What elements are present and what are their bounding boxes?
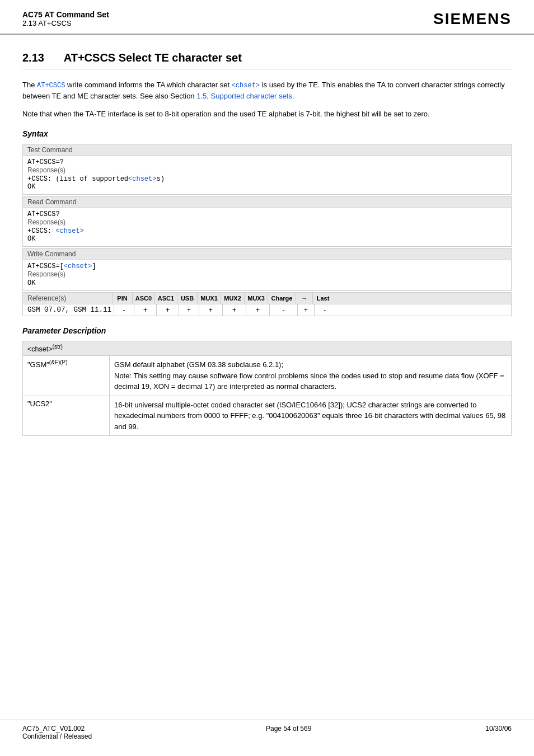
- read-command-header: Read Command: [23, 196, 511, 208]
- param-chset-header: <chset>(str): [23, 341, 512, 356]
- desc1-code1: <chset>: [232, 82, 260, 90]
- write-command-code: AT+CSCS=[<chset>]: [27, 262, 507, 270]
- col-arrow: →: [296, 293, 313, 304]
- col-mux3: MUX3: [245, 293, 268, 304]
- val-asc0: +: [134, 304, 157, 316]
- test-command-block: Test Command AT+CSCS=? Response(s) +CSCS…: [22, 144, 512, 195]
- param-gsm-sup: (&F)(P): [49, 359, 68, 365]
- test-command-body: AT+CSCS=? Response(s) +CSCS: (list of su…: [23, 156, 511, 194]
- val-pin: -: [114, 304, 134, 316]
- val-asc1: +: [157, 304, 179, 316]
- param-description-heading: Parameter Description: [22, 326, 512, 335]
- section-title: AT+CSCS Select TE character set: [64, 51, 242, 64]
- col-usb: USB: [177, 293, 198, 304]
- write-command-ok: OK: [27, 279, 507, 287]
- page-footer: AC75_ATC_V01.002 Confidential / Released…: [0, 720, 534, 745]
- val-arrow: +: [298, 304, 315, 316]
- col-last: Last: [313, 293, 333, 304]
- footer-right: 10/30/06: [485, 725, 512, 740]
- section-number: 2.13: [22, 51, 44, 64]
- header-left: AC75 AT Command Set 2.13 AT+CSCS: [22, 10, 109, 27]
- val-usb: +: [179, 304, 199, 316]
- read-command-response: +CSCS: <chset>: [27, 227, 507, 235]
- param-chset-header-row: <chset>(str): [23, 341, 512, 356]
- description-paragraph-1: The AT+CSCS write command informs the TA…: [22, 79, 512, 102]
- footer-confidential: Confidential / Released: [22, 732, 92, 740]
- val-mux3: +: [246, 304, 270, 316]
- write-command-body: AT+CSCS=[<chset>] Response(s) OK: [23, 260, 511, 290]
- page-header: AC75 AT Command Set 2.13 AT+CSCS SIEMENS: [0, 0, 534, 35]
- read-command-code: AT+CSCS?: [27, 210, 507, 218]
- desc1-link2[interactable]: 1.5, Supported character sets: [196, 92, 292, 100]
- header-title: AC75 AT Command Set: [22, 10, 109, 19]
- val-charge: -: [270, 304, 298, 316]
- val-mux2: +: [223, 304, 246, 316]
- reference-header-label: Reference(s): [23, 293, 113, 304]
- param-gsm-name: "GSM"(&F)(P): [23, 356, 110, 396]
- write-command-header: Write Command: [23, 248, 511, 260]
- write-command-block: Write Command AT+CSCS=[<chset>] Response…: [22, 248, 512, 291]
- read-command-body: AT+CSCS? Response(s) +CSCS: <chset> OK: [23, 208, 511, 246]
- syntax-heading: Syntax: [22, 129, 512, 138]
- parameter-table: <chset>(str) "GSM"(&F)(P) GSM default al…: [22, 341, 512, 436]
- description-paragraph-2: Note that when the TA-TE interface is se…: [22, 109, 512, 120]
- test-command-ok: OK: [27, 183, 507, 191]
- reference-section: Reference(s) PIN ASC0 ASC1 USB MUX1 MUX2…: [22, 292, 512, 316]
- col-pin: PIN: [113, 293, 133, 304]
- val-last: -: [315, 304, 335, 316]
- footer-doc-id: AC75_ATC_V01.002: [22, 725, 92, 732]
- desc1-before-link1: The: [22, 81, 37, 89]
- param-gsm-desc: GSM default alphabet (GSM 03.38 subclaus…: [110, 356, 512, 396]
- footer-left: AC75_ATC_V01.002 Confidential / Released: [22, 725, 92, 740]
- footer-center: Page 54 of 569: [266, 725, 311, 740]
- param-ucs2-desc: 16-bit universal multiple-octet coded ch…: [110, 396, 512, 436]
- reference-value-label: GSM 07.07, GSM 11.11: [23, 304, 114, 316]
- val-mux1: +: [199, 304, 223, 316]
- param-gsm-row: "GSM"(&F)(P) GSM default alphabet (GSM 0…: [23, 356, 512, 396]
- main-content: 2.13 AT+CSCS Select TE character set The…: [0, 35, 534, 469]
- param-ucs2-name: "UCS2": [23, 396, 110, 436]
- test-command-code: AT+CSCS=?: [27, 158, 507, 166]
- test-command-response: +CSCS: (list of supported<chset>s): [27, 175, 507, 183]
- col-asc1: ASC1: [155, 293, 177, 304]
- read-command-ok: OK: [27, 235, 507, 243]
- col-asc0: ASC0: [133, 293, 155, 304]
- param-chset-sup: (str): [52, 344, 63, 350]
- desc1-link1[interactable]: AT+CSCS: [37, 82, 65, 90]
- col-charge: Charge: [268, 293, 296, 304]
- footer-date: 10/30/06: [485, 725, 512, 732]
- desc1-between1: write command informs the TA which chara…: [65, 81, 231, 89]
- header-subtitle: 2.13 AT+CSCS: [22, 19, 109, 27]
- read-command-responses-label: Response(s): [27, 218, 507, 226]
- test-command-header: Test Command: [23, 144, 511, 156]
- section-heading: 2.13 AT+CSCS Select TE character set: [22, 51, 512, 69]
- col-mux2: MUX2: [221, 293, 245, 304]
- col-mux1: MUX1: [198, 293, 221, 304]
- param-ucs2-row: "UCS2" 16-bit universal multiple-octet c…: [23, 396, 512, 436]
- desc1-after: .: [292, 92, 294, 100]
- write-command-responses-label: Response(s): [27, 270, 507, 278]
- read-command-block: Read Command AT+CSCS? Response(s) +CSCS:…: [22, 196, 512, 247]
- footer-page: Page 54 of 569: [266, 725, 311, 732]
- test-command-responses-label: Response(s): [27, 166, 507, 174]
- siemens-logo: SIEMENS: [433, 10, 512, 28]
